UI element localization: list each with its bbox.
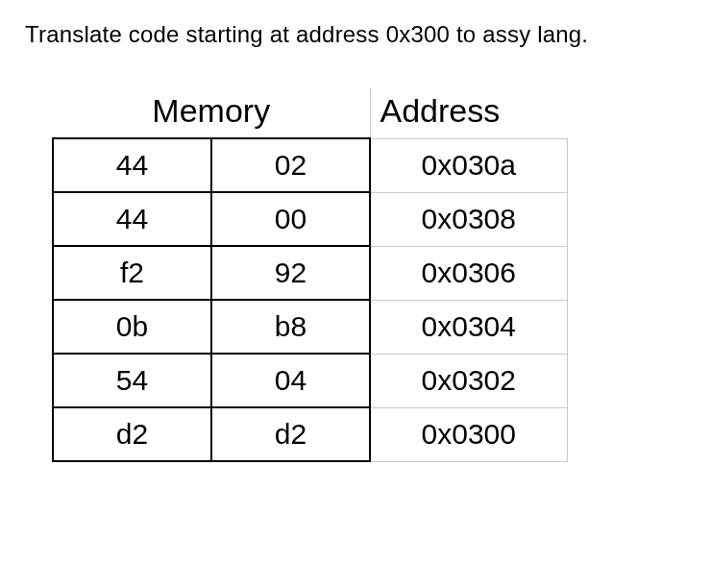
memory-low-byte: 92 (211, 246, 370, 300)
memory-high-byte: 54 (53, 354, 211, 407)
memory-high-byte: d2 (53, 407, 211, 461)
memory-high-byte: 0b (53, 300, 211, 354)
memory-table: Memory Address 44 02 0x030a 44 00 0x0308… (52, 88, 568, 462)
memory-low-byte: 04 (211, 354, 370, 407)
memory-low-byte: b8 (211, 300, 370, 354)
table-row: d2 d2 0x0300 (53, 407, 567, 461)
prompt-text: Translate code starting at address 0x300… (25, 21, 686, 48)
table-row: 44 00 0x0308 (53, 192, 567, 246)
table-row: 44 02 0x030a (53, 138, 567, 192)
memory-low-byte: d2 (211, 407, 370, 461)
memory-address: 0x0302 (370, 354, 567, 407)
memory-address: 0x0304 (370, 300, 567, 354)
memory-high-byte: f2 (53, 246, 211, 300)
col-header-address: Address (370, 88, 567, 138)
memory-address: 0x030a (370, 138, 567, 192)
memory-address: 0x0308 (370, 192, 567, 246)
memory-high-byte: 44 (53, 192, 211, 246)
memory-address: 0x0306 (370, 246, 567, 300)
memory-address: 0x0300 (370, 407, 567, 461)
table-row: f2 92 0x0306 (53, 246, 567, 300)
memory-low-byte: 02 (211, 138, 370, 192)
memory-low-byte: 00 (211, 192, 370, 246)
memory-high-byte: 44 (53, 138, 211, 192)
memory-table-container: Memory Address 44 02 0x030a 44 00 0x0308… (52, 88, 686, 462)
table-row: 0b b8 0x0304 (53, 300, 567, 354)
col-header-memory: Memory (53, 88, 370, 138)
table-row: 54 04 0x0302 (53, 354, 567, 407)
